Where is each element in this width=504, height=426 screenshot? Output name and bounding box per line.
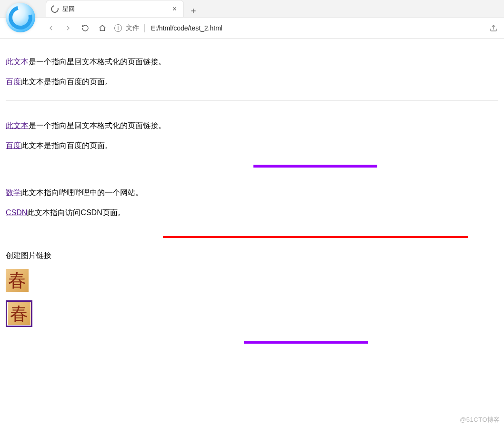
- toolbar: i 文件 │ E:/html/code/test_2.html: [0, 17, 504, 38]
- chun-image: 春: [6, 269, 29, 292]
- chun-image-linked: 春: [8, 302, 30, 325]
- tab-close-button[interactable]: ×: [171, 5, 179, 13]
- tab-favicon-icon: [50, 4, 60, 14]
- tab-strip: 星回 × ＋: [0, 0, 504, 17]
- paragraph-2: 百度此文本是指向百度的页面。: [6, 76, 498, 88]
- address-bar[interactable]: i 文件 │ E:/html/code/test_2.html: [114, 21, 482, 35]
- link-this-text-2[interactable]: 此文本: [6, 121, 29, 129]
- paragraph-3-text: 是一个指向星回文本格式化的页面链接。: [29, 121, 166, 129]
- link-csdn[interactable]: CSDN: [6, 208, 27, 217]
- divider-purple-2: [244, 341, 368, 344]
- url-separator: │: [143, 24, 147, 32]
- image-link-heading: 创建图片链接: [6, 249, 498, 262]
- paragraph-2-text: 此文本是指向百度的页面。: [21, 78, 112, 86]
- paragraph-4: 百度此文本是指向百度的页面。: [6, 139, 498, 152]
- chun-image-link[interactable]: 春: [6, 300, 32, 327]
- link-this-text-1[interactable]: 此文本: [6, 58, 29, 66]
- page-content: 此文本是一个指向星回文本格式化的页面链接。 百度此文本是指向百度的页面。 此文本…: [0, 39, 504, 355]
- paragraph-1: 此文本是一个指向星回文本格式化的页面链接。: [6, 56, 498, 68]
- forward-button[interactable]: [63, 23, 73, 33]
- paragraph-5: 数学此文本指向哔哩哔哩中的一个网站。: [6, 187, 498, 199]
- divider-purple-1: [253, 165, 377, 168]
- image-link-wrapper: 春: [6, 300, 498, 327]
- browser-logo-icon: [6, 3, 35, 32]
- share-icon[interactable]: [489, 23, 498, 33]
- paragraph-3: 此文本是一个指向星回文本格式化的页面链接。: [6, 119, 498, 132]
- divider-thin: [6, 100, 498, 100]
- tab-title: 星回: [62, 5, 171, 13]
- tab-active[interactable]: 星回 ×: [46, 0, 184, 17]
- paragraph-1-text: 是一个指向星回文本格式化的页面链接。: [29, 58, 166, 66]
- paragraph-5-text: 此文本指向哔哩哔哩中的一个网站。: [21, 188, 143, 197]
- divider-red: [163, 236, 468, 238]
- back-button[interactable]: [46, 23, 56, 33]
- link-math[interactable]: 数学: [6, 188, 21, 197]
- url-scheme-label: 文件: [126, 24, 139, 32]
- link-baidu-2[interactable]: 百度: [6, 141, 21, 149]
- paragraph-6: CSDN此文本指向访问CSDN页面。: [6, 207, 498, 219]
- image-plain-wrapper: 春: [6, 269, 498, 292]
- link-baidu-1[interactable]: 百度: [6, 78, 21, 86]
- home-button[interactable]: [97, 23, 108, 33]
- paragraph-6-text: 此文本指向访问CSDN页面。: [27, 208, 125, 217]
- paragraph-4-text: 此文本是指向百度的页面。: [21, 141, 112, 149]
- new-tab-button[interactable]: ＋: [187, 4, 200, 17]
- reload-button[interactable]: [80, 23, 91, 33]
- url-text: E:/html/code/test_2.html: [151, 24, 222, 32]
- site-info-icon[interactable]: i: [114, 24, 122, 32]
- browser-chrome: 星回 × ＋ i 文件 │ E:/html/code/test_2.html: [0, 0, 504, 39]
